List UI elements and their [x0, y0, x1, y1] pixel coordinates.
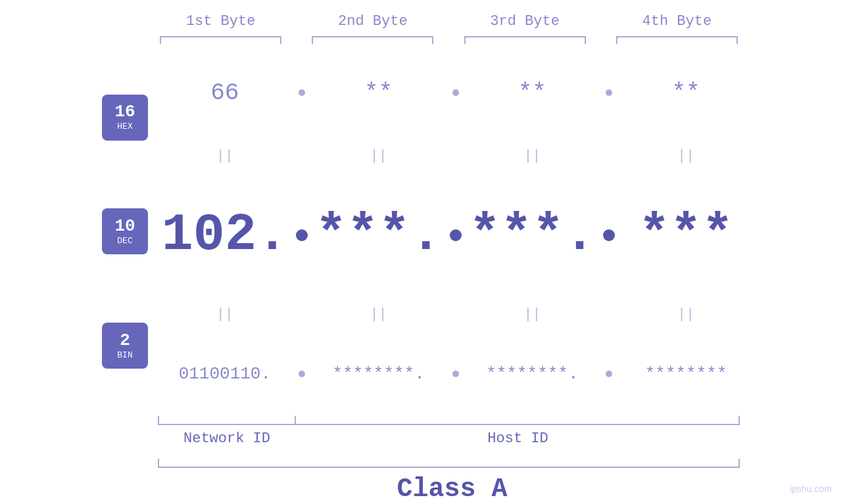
equals-row-2: || || || || — [158, 306, 753, 323]
dec-b3: ***. — [466, 205, 600, 265]
hex-badge: 16 HEX — [102, 95, 148, 141]
byte-header-2: 2nd Byte — [301, 13, 445, 30]
dec-b2: ***. — [312, 205, 446, 265]
hex-b1: 66 — [158, 80, 292, 106]
eq-2-b4: || — [619, 306, 753, 323]
bin-badge: 2 BIN — [102, 323, 148, 369]
hex-b3: ** — [466, 80, 600, 106]
content-area: 16 HEX 10 DEC 2 BIN 66 ** ** ** — [92, 47, 753, 416]
eq-1-b3: || — [466, 148, 600, 164]
sep-dec-3 — [599, 229, 619, 241]
sep-hex-3 — [599, 89, 619, 96]
host-id-label: Host ID — [296, 430, 740, 447]
sep-bin-3 — [599, 371, 619, 377]
network-id-label: Network ID — [158, 430, 296, 447]
sep-bin-2 — [446, 371, 466, 377]
top-brackets — [92, 36, 753, 44]
eq-1-b4: || — [619, 148, 753, 164]
bin-row: 01100110. ********. ********. ******** — [158, 364, 753, 384]
eq-2-b1: || — [158, 306, 292, 323]
id-labels-row: Network ID Host ID — [158, 430, 740, 447]
sep-hex-1 — [292, 89, 312, 96]
bin-b4: ******** — [619, 364, 753, 384]
top-bracket-1 — [160, 36, 281, 44]
sep-dec-1 — [292, 229, 312, 241]
top-bracket-2 — [312, 36, 433, 44]
network-id-bracket — [158, 416, 296, 425]
sep-dec-2 — [446, 229, 466, 241]
byte-header-1: 1st Byte — [149, 13, 293, 30]
sep-hex-2 — [446, 89, 466, 96]
eq-1-b2: || — [312, 148, 446, 164]
top-bracket-4 — [616, 36, 738, 44]
hex-b2: ** — [312, 80, 446, 106]
byte-headers: 1st Byte 2nd Byte 3rd Byte 4th Byte — [92, 0, 753, 30]
badges-column: 16 HEX 10 DEC 2 BIN — [92, 47, 158, 416]
sep-bin-1 — [292, 371, 312, 377]
equals-row-1: || || || || — [158, 148, 753, 164]
bottom-section: Network ID Host ID Class A — [92, 416, 753, 504]
byte-header-4: 4th Byte — [604, 13, 749, 30]
main-container: 1st Byte 2nd Byte 3rd Byte 4th Byte 16 H… — [0, 0, 845, 504]
bin-b1: 01100110. — [158, 364, 292, 384]
values-grid: 66 ** ** ** || || || || 102. — [158, 47, 753, 416]
dec-row: 102. ***. ***. *** — [158, 205, 753, 265]
eq-2-b3: || — [466, 306, 600, 323]
byte-header-3: 3rd Byte — [452, 13, 597, 30]
watermark: ipshu.com — [790, 484, 832, 494]
hex-b4: ** — [619, 80, 753, 106]
bin-b2: ********. — [312, 364, 446, 384]
bottom-brackets-row — [158, 416, 740, 425]
dec-b4: *** — [619, 205, 753, 265]
full-bottom-bracket — [158, 459, 740, 468]
bin-b3: ********. — [466, 364, 600, 384]
top-bracket-3 — [464, 36, 586, 44]
hex-row: 66 ** ** ** — [158, 80, 753, 106]
dec-b1: 102. — [158, 205, 292, 265]
dec-badge: 10 DEC — [102, 208, 148, 254]
eq-1-b1: || — [158, 148, 292, 164]
eq-2-b2: || — [312, 306, 446, 323]
host-id-bracket — [296, 416, 740, 425]
class-label: Class A — [158, 474, 746, 504]
